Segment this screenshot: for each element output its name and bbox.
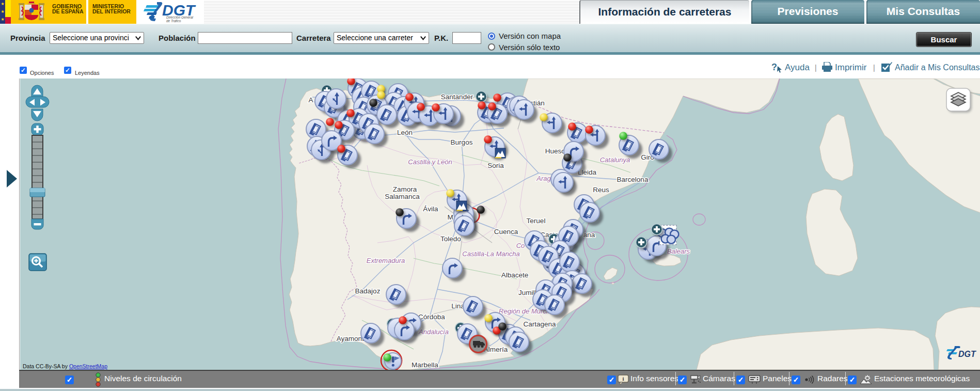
svg-text:i: i xyxy=(622,376,624,382)
svg-text:León: León xyxy=(397,129,413,136)
svg-text:Santander: Santander xyxy=(441,93,473,101)
svg-text:Castilla y León: Castilla y León xyxy=(408,158,452,166)
svg-text:Ávila: Ávila xyxy=(423,205,438,213)
svg-text:Cartagena: Cartagena xyxy=(523,320,556,328)
svg-text:Data CC-By-SA by OpenStreetMap: Data CC-By-SA by OpenStreetMap xyxy=(23,363,107,369)
svg-text:?: ? xyxy=(771,62,777,72)
svg-text:Zamora: Zamora xyxy=(393,185,417,193)
svg-text:A: A xyxy=(308,96,313,104)
svg-text:Badajoz: Badajoz xyxy=(355,287,381,295)
svg-text:Burgos: Burgos xyxy=(451,138,473,146)
svg-text:Teruel: Teruel xyxy=(527,217,546,225)
svg-text:Huesc: Huesc xyxy=(545,147,565,155)
svg-text:Albacete: Albacete xyxy=(501,271,529,279)
svg-text:Balears: Balears xyxy=(667,247,690,255)
svg-text:Marbella: Marbella xyxy=(412,361,438,369)
svg-text:de Tráfico: de Tráfico xyxy=(166,19,181,23)
svg-text:Catalunya: Catalunya xyxy=(600,156,630,164)
svg-text:Soria: Soria xyxy=(487,162,504,169)
svg-text:Extremadura: Extremadura xyxy=(367,257,405,264)
svg-text:Co: Co xyxy=(516,242,525,249)
svg-text:M: M xyxy=(447,213,453,221)
svg-text:DGT: DGT xyxy=(958,350,976,358)
svg-text:Arag: Arag xyxy=(536,175,551,182)
svg-text:Dirección General: Dirección General xyxy=(166,15,194,19)
svg-text:Castilla-La Mancha: Castilla-La Mancha xyxy=(462,250,519,258)
svg-text:Reus: Reus xyxy=(593,186,609,194)
svg-text:Toledo: Toledo xyxy=(440,235,461,243)
svg-text:Córdoba: Córdoba xyxy=(418,313,445,321)
svg-text:Cuenca: Cuenca xyxy=(494,228,518,236)
svg-text:Barcelona: Barcelona xyxy=(617,176,649,183)
svg-text:Salamanca: Salamanca xyxy=(385,193,420,200)
